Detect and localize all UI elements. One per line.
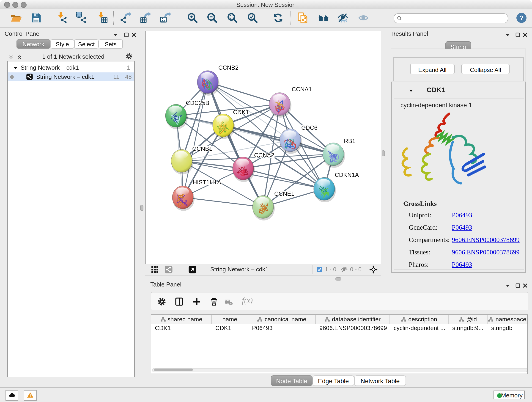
column-header-database-identifier[interactable]: database identifier [316,315,390,324]
crosslink-link[interactable]: P06493 [452,211,472,219]
crosslink-link[interactable]: 9606.ENSP00000378699 [452,249,520,256]
zoom-out-icon[interactable] [206,12,218,24]
expand-all-networks-icon[interactable] [17,54,22,59]
column-header--id[interactable]: @id [449,315,488,324]
gene-description: cyclin-dependent kinase 1 [400,102,472,109]
memory-status-dot [497,393,502,398]
title-bar: Session: New Session [0,0,532,9]
toolbar-separator [113,11,114,25]
crosslink-link[interactable]: P06493 [452,261,472,269]
tab-network-table[interactable]: Network Table [354,375,406,386]
tab-style[interactable]: Style [51,39,74,49]
horizontal-scrollbar[interactable] [152,368,527,372]
zoom-in-icon[interactable] [186,12,198,24]
results-panel-close-icon[interactable] [522,31,528,37]
collapse-all-button[interactable]: Collapse All [462,64,510,74]
network-node-RB1[interactable]: RB1 [323,138,355,168]
search-icon [396,15,403,22]
table-cell[interactable]: stringdb:9... [449,324,488,333]
warnings-button[interactable] [24,390,37,401]
refresh-icon[interactable] [272,12,284,24]
zoom-fit-icon[interactable] [226,12,238,24]
table-cell[interactable]: P06493 [248,324,316,333]
network-node-CCNE1[interactable]: CCNE1 [253,190,294,220]
search-box[interactable] [394,13,508,23]
zoom-selected-icon[interactable] [247,12,259,24]
control-panel-close-icon[interactable] [131,31,137,37]
results-panel-body: Expand All Collapse All CDK1 cyclin-depe… [391,49,526,273]
results-panel-menu-icon[interactable] [505,32,510,37]
collapse-triangle-icon[interactable] [13,66,18,70]
hide-selected-icon[interactable] [337,12,349,24]
fit-content-crosshair-icon[interactable] [369,265,378,274]
table-row[interactable]: CDK1CDK1P064939606.ENSP00000378699cyclin… [151,324,527,333]
memory-button[interactable]: Memory [494,390,525,399]
table-settings-gear-icon[interactable] [157,297,167,307]
show-all-icon[interactable] [357,12,369,24]
export-network-icon[interactable] [120,12,132,24]
grid-view-icon[interactable] [151,265,159,274]
export-image-icon[interactable] [160,12,172,24]
node-label: CDC25B [186,99,209,106]
table-cell[interactable]: CDK1 [151,324,212,333]
tab-node-table[interactable]: Node Table [271,375,312,386]
column-header-shared-name[interactable]: shared name [151,315,212,324]
save-session-icon[interactable] [30,12,42,24]
first-neighbors-icon[interactable] [317,12,329,24]
import-network-icon[interactable] [56,12,68,24]
node-label: CCNE1 [274,190,294,197]
control-panel-float-icon[interactable] [124,31,129,37]
search-input[interactable] [404,14,506,22]
network-options-gear-icon[interactable] [125,52,133,60]
birds-eye-view-icon[interactable] [188,265,196,274]
export-table-icon[interactable] [140,12,152,24]
create-column-icon[interactable] [191,297,202,307]
results-panel-float-icon[interactable] [515,31,520,37]
column-header-name[interactable]: name [212,315,248,324]
network-row-selected[interactable]: String Network – cdk1 11 48 [8,72,134,81]
node-table[interactable]: shared namenamecanonical namedatabase id… [151,314,528,374]
column-header-description[interactable]: description [390,315,449,324]
gene-collapse-triangle-icon[interactable] [408,88,414,94]
selected-checkbox-icon[interactable] [316,266,323,273]
network-canvas[interactable]: CCNB2 CCNA1 CDC25B CDK1 CDC6 RB1 CCNB1 C… [145,31,381,264]
column-header-canonical-name[interactable]: canonical name [248,315,316,324]
string-view-icon[interactable] [165,265,173,274]
delete-column-trash-icon[interactable] [209,297,219,307]
open-file-icon[interactable] [10,12,22,24]
show-columns-icon[interactable] [174,297,184,307]
table-cell[interactable]: CDK1 [212,324,248,333]
expand-all-button[interactable]: Expand All [410,64,455,74]
crosslink-link[interactable]: P06493 [452,224,472,231]
table-panel-float-icon[interactable] [515,282,520,287]
column-header-namespace[interactable]: namespace [488,315,527,324]
tab-edge-table[interactable]: Edge Table [312,375,354,386]
network-node-CDKN1A[interactable]: CDKN1A [314,172,359,202]
tab-sets[interactable]: Sets [99,39,123,49]
network-collection-row[interactable]: String Network – cdk1 1 [8,64,134,72]
table-cell[interactable]: stringdb [488,324,527,333]
control-panel-menu-icon[interactable] [113,32,118,37]
help-button[interactable]: ? [516,13,526,23]
tab-network[interactable]: Network [17,39,51,49]
right-splitter-handle[interactable] [382,150,385,156]
collapse-all-networks-icon[interactable] [8,54,14,59]
horizontal-splitter-handle[interactable] [336,277,341,281]
network-node-HIST1H1A[interactable]: HIST1H1A [172,179,221,211]
toolbar-separator [265,11,265,25]
hidden-eye-slash-icon[interactable] [340,265,348,274]
table-cell[interactable]: 9606.ENSP00000378699 [316,324,390,333]
table-cell[interactable]: cyclin-dependent ... [390,324,449,333]
network-node-CCNA1[interactable]: CCNA1 [269,86,312,118]
import-table-icon[interactable] [96,12,108,24]
crosslink-link[interactable]: 9606.ENSP00000378699 [452,236,520,244]
network-edge[interactable] [183,197,263,207]
table-panel-menu-icon[interactable] [505,282,510,288]
tab-select[interactable]: Select [74,39,99,49]
table-panel-close-icon[interactable] [522,282,528,287]
cloud-status-button[interactable] [6,390,18,401]
duplicate-network-icon[interactable] [297,12,309,24]
scrollbar-thumb[interactable] [154,369,193,371]
left-splitter-handle[interactable] [140,205,143,211]
import-database-icon[interactable] [76,12,88,24]
